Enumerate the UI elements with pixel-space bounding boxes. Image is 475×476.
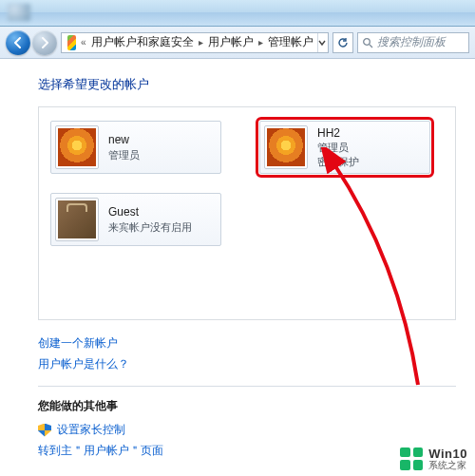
account-name: HH2 [317,125,359,141]
avatar [55,198,99,241]
flower-icon [58,128,96,166]
avatar [55,125,99,169]
arrow-left-icon [12,37,24,48]
page-title: 选择希望更改的帐户 [38,76,456,93]
back-button[interactable] [6,30,30,55]
forward-button[interactable] [32,30,57,55]
account-role: 管理员 [317,141,359,155]
account-info: Guest 来宾帐户没有启用 [108,204,192,234]
svg-line-1 [370,45,372,48]
watermark-bottom: 系统之家 [428,461,467,471]
avatar [264,125,308,169]
shield-icon [38,424,51,437]
account-protect: 密码保护 [317,155,359,169]
arrow-right-icon [39,37,50,48]
refresh-button[interactable] [332,32,353,53]
account-info: new 管理员 [108,132,140,162]
chevron-down-icon [318,39,326,47]
account-name: Guest [108,204,192,219]
account-card-hh2[interactable]: HH2 管理员 密码保护 [259,121,430,174]
refresh-icon [337,37,349,48]
divider [38,386,456,387]
account-card-guest[interactable]: Guest 来宾帐户没有启用 [50,193,221,246]
accounts-column-left: new 管理员 Guest 来宾帐户没有启用 [50,121,221,246]
address-bar[interactable]: « 用户帐户和家庭安全 ▸ 用户帐户 ▸ 管理帐户 [61,32,329,53]
account-role: 管理员 [108,148,140,162]
address-dropdown[interactable] [317,33,326,52]
watermark-logo-icon [400,447,423,470]
other-actions-heading: 您能做的其他事 [38,398,456,414]
search-input[interactable]: 搜索控制面板 [357,32,469,53]
svg-point-0 [364,38,370,45]
link-create-account[interactable]: 创建一个新帐户 [38,335,456,352]
navigation-bar: « 用户帐户和家庭安全 ▸ 用户帐户 ▸ 管理帐户 搜索控制面板 [0,27,475,59]
link-parental-control[interactable]: 设置家长控制 [57,422,125,438]
suitcase-icon [58,200,96,238]
chevron-right-icon: ▸ [198,37,204,48]
watermark: Win10 系统之家 [400,447,467,470]
accounts-panel: new 管理员 Guest 来宾帐户没有启用 HH2 [38,106,456,320]
nav-buttons [6,30,57,55]
breadcrumb-segment[interactable]: 管理帐户 [264,34,317,50]
watermark-text: Win10 系统之家 [428,447,467,470]
breadcrumb-segment[interactable]: 用户帐户和家庭安全 [87,34,198,50]
account-status: 来宾帐户没有启用 [108,220,192,235]
control-panel-icon [67,35,76,50]
chevron-right-icon: ▸ [257,37,264,48]
parental-control-row: 设置家长控制 [38,422,456,438]
account-name: new [108,132,140,147]
links-block: 创建一个新帐户 用户帐户是什么？ [38,335,456,372]
search-icon [362,37,373,48]
account-card-new[interactable]: new 管理员 [50,121,221,174]
content-area: 选择希望更改的帐户 new 管理员 Guest 来宾帐户没有启用 [0,59,475,473]
account-info: HH2 管理员 密码保护 [317,125,359,169]
window-titlebar [0,0,475,27]
accounts-grid: new 管理员 Guest 来宾帐户没有启用 HH2 [50,121,444,246]
search-placeholder: 搜索控制面板 [377,34,446,50]
accounts-column-right: HH2 管理员 密码保护 [259,121,430,246]
link-goto-main[interactable]: 转到主＂用户帐户＂页面 [38,443,456,459]
chevron-right-icon: « [80,37,87,48]
link-what-is-account[interactable]: 用户帐户是什么？ [38,356,456,372]
watermark-top: Win10 [428,447,467,461]
breadcrumb-segment[interactable]: 用户帐户 [204,34,257,50]
flower-icon [267,128,305,166]
